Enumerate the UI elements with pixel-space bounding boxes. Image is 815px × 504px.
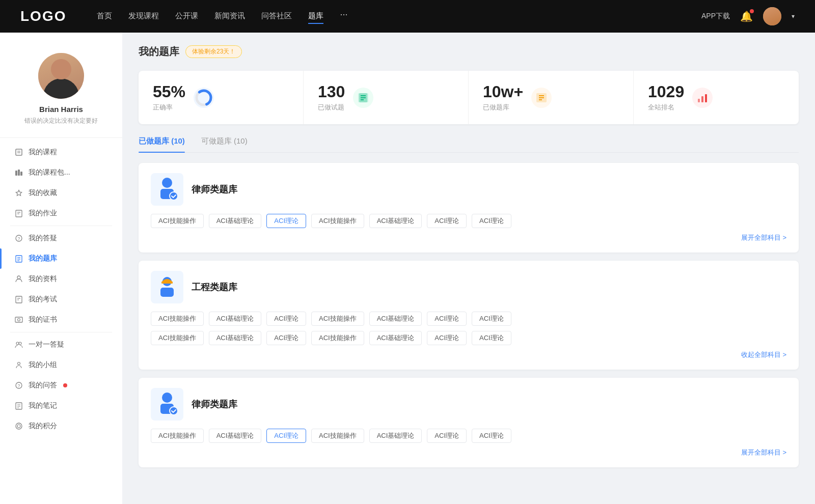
topic-card-engineer-header: 工程类题库	[151, 271, 786, 303]
tag-l2-theory-active[interactable]: ACI理论	[266, 429, 306, 443]
topic-card-lawyer-2-header: 律师类题库	[151, 388, 786, 421]
topic-title-lawyer-2: 律师类题库	[192, 398, 237, 410]
favorites-icon	[14, 188, 23, 198]
sidebar-item-my-qa[interactable]: ? 我的问答	[0, 375, 122, 396]
engineer-person-icon	[156, 274, 178, 300]
tag-aci-skill-op-2[interactable]: ACI技能操作	[311, 214, 364, 228]
sidebar-item-quiz-bank[interactable]: 我的题库	[0, 248, 122, 269]
topic-tags-lawyer-2: ACI技能操作 ACI基础理论 ACI理论 ACI技能操作 ACI基础理论 AC…	[151, 429, 786, 443]
tag-l2-skill-op[interactable]: ACI技能操作	[151, 429, 204, 443]
tag-aci-basic-theory[interactable]: ACI基础理论	[209, 214, 262, 228]
avatar-head	[51, 59, 71, 79]
sidebar-item-my-courses[interactable]: 我的课程	[0, 142, 122, 162]
topic-card-engineer: 工程类题库 ACI技能操作 ACI基础理论 ACI理论 ACI技能操作 ACI基…	[139, 261, 799, 370]
nav-open-course[interactable]: 公开课	[175, 9, 198, 24]
svg-text:?: ?	[17, 236, 20, 241]
sidebar-item-exam[interactable]: 我的考试	[0, 289, 122, 310]
sidebar-item-notes[interactable]: 我的笔记	[0, 396, 122, 416]
svg-point-49	[162, 393, 172, 403]
tag-eng-r2-skill-op[interactable]: ACI技能操作	[151, 331, 204, 345]
sidebar-item-cert[interactable]: 我的证书	[0, 310, 122, 330]
qa-notification-dot	[63, 383, 67, 387]
tag-l2-theory-2[interactable]: ACI理论	[427, 429, 467, 443]
sidebar: Brian Harris 错误的决定比没有决定要好 我的课程 我的课程包...	[0, 33, 122, 504]
topic-card-lawyer-1-footer: 展开全部科目 >	[151, 233, 786, 242]
lawyer-icon	[151, 173, 183, 206]
avatar[interactable]	[763, 7, 781, 25]
tag-aci-theory-active[interactable]: ACI理论	[266, 214, 306, 228]
tag-eng-r2-basic-theory-2[interactable]: ACI基础理论	[369, 331, 422, 345]
stat-ranking: 1029 全站排名	[634, 71, 799, 124]
engineer-icon-container	[151, 271, 183, 303]
tag-l2-basic-theory[interactable]: ACI基础理论	[209, 429, 262, 443]
nav-right: APP下载 🔔 ▾	[701, 7, 795, 25]
sidebar-label-notes: 我的笔记	[29, 401, 57, 410]
quiz-bank-icon	[14, 254, 23, 263]
trial-badge: 体验剩余23天！	[185, 45, 242, 58]
svg-point-51	[170, 407, 178, 415]
nav-home[interactable]: 首页	[97, 9, 112, 24]
svg-rect-41	[701, 96, 703, 102]
svg-rect-47	[161, 282, 173, 284]
tag-aci-basic-theory-2[interactable]: ACI基础理论	[369, 214, 422, 228]
tag-eng-r2-theory[interactable]: ACI理论	[266, 331, 306, 345]
tag-aci-theory-3[interactable]: ACI理论	[472, 214, 511, 228]
tag-eng-basic-theory[interactable]: ACI基础理论	[209, 312, 262, 326]
tag-eng-skill-op[interactable]: ACI技能操作	[151, 312, 204, 326]
nav-quizbank[interactable]: 题库	[308, 9, 323, 24]
avatar-chevron-icon[interactable]: ▾	[792, 13, 795, 20]
topic-card-lawyer-1: 律师类题库 ACI技能操作 ACI基础理论 ACI理论 ACI技能操作 ACI基…	[139, 163, 799, 253]
tag-eng-skill-op-2[interactable]: ACI技能操作	[311, 312, 364, 326]
tag-eng-r2-theory-2[interactable]: ACI理论	[427, 331, 467, 345]
tag-eng-r2-theory-3[interactable]: ACI理论	[472, 331, 511, 345]
tab-available-banks[interactable]: 可做题库 (10)	[201, 136, 248, 152]
sidebar-item-points[interactable]: 我的积分	[0, 416, 122, 436]
sidebar-item-homework[interactable]: 我的作业	[0, 203, 122, 223]
sidebar-item-course-package[interactable]: 我的课程包...	[0, 162, 122, 183]
tag-aci-skill-op[interactable]: ACI技能操作	[151, 214, 204, 228]
sidebar-item-favorites[interactable]: 我的收藏	[0, 183, 122, 203]
course-package-icon	[14, 168, 23, 177]
sidebar-label-homework: 我的作业	[29, 209, 57, 218]
collapse-engineer-btn[interactable]: 收起全部科目 >	[741, 350, 786, 359]
homework-icon	[14, 209, 23, 218]
sidebar-item-profile[interactable]: 我的资料	[0, 269, 122, 289]
tag-eng-basic-theory-2[interactable]: ACI基础理论	[369, 312, 422, 326]
sidebar-avatar	[38, 53, 84, 99]
tab-done-banks[interactable]: 已做题库 (10)	[139, 136, 185, 152]
stat-ranking-value: 1029	[648, 83, 684, 101]
lawyer-person-icon-2	[156, 391, 178, 417]
tag-eng-theory-3[interactable]: ACI理论	[472, 312, 511, 326]
topic-tags-engineer-row2: ACI技能操作 ACI基础理论 ACI理论 ACI技能操作 ACI基础理论 AC…	[151, 331, 786, 345]
nav-courses[interactable]: 发现课程	[128, 9, 159, 24]
svg-point-45	[170, 192, 178, 200]
tag-l2-theory-3[interactable]: ACI理论	[472, 429, 511, 443]
sidebar-item-tutoring[interactable]: 一对一答疑	[0, 334, 122, 355]
app-download-btn[interactable]: APP下载	[701, 12, 730, 21]
avatar-body	[43, 78, 79, 99]
sidebar-item-qa[interactable]: ? 我的答疑	[0, 228, 122, 248]
topic-card-lawyer-2-footer: 展开全部科目 >	[151, 448, 786, 457]
svg-rect-5	[20, 172, 22, 176]
tag-eng-r2-basic-theory[interactable]: ACI基础理论	[209, 331, 262, 345]
notification-bell[interactable]: 🔔	[740, 10, 753, 22]
nav-qa[interactable]: 问答社区	[261, 9, 292, 24]
svg-point-43	[162, 178, 172, 188]
sidebar-item-group[interactable]: 我的小组	[0, 355, 122, 375]
tag-l2-basic-theory-2[interactable]: ACI基础理论	[369, 429, 422, 443]
tag-aci-theory-2[interactable]: ACI理论	[427, 214, 467, 228]
stat-accuracy-value: 55%	[153, 83, 185, 101]
my-courses-icon	[14, 148, 23, 157]
divider-1	[10, 226, 112, 226]
expand-lawyer-1-btn[interactable]: 展开全部科目 >	[741, 233, 786, 242]
expand-lawyer-2-btn[interactable]: 展开全部科目 >	[741, 448, 786, 457]
svg-rect-0	[16, 149, 22, 155]
tag-l2-skill-op-2[interactable]: ACI技能操作	[311, 429, 364, 443]
nav-news[interactable]: 新闻资讯	[214, 9, 245, 24]
stat-ranking-text: 1029 全站排名	[648, 83, 684, 112]
tag-eng-theory[interactable]: ACI理论	[266, 312, 306, 326]
tag-eng-theory-2[interactable]: ACI理论	[427, 312, 467, 326]
divider-2	[10, 332, 112, 332]
nav-more[interactable]: ···	[340, 9, 347, 24]
tag-eng-r2-skill-op-2[interactable]: ACI技能操作	[311, 331, 364, 345]
